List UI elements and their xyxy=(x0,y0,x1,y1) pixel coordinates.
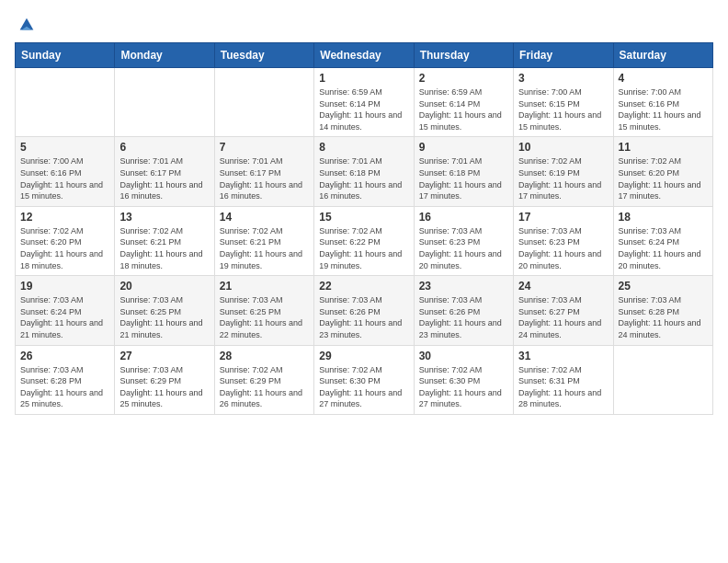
day-info: Sunrise: 7:02 AM Sunset: 6:21 PM Dayligh… xyxy=(220,225,309,271)
day-number: 24 xyxy=(518,280,608,293)
day-info: Sunrise: 7:01 AM Sunset: 6:18 PM Dayligh… xyxy=(319,155,408,201)
weekday-header-wednesday: Wednesday xyxy=(314,43,414,68)
day-number: 7 xyxy=(220,141,309,154)
weekday-header-thursday: Thursday xyxy=(414,43,513,68)
calendar-day-7: 7Sunrise: 7:01 AM Sunset: 6:17 PM Daylig… xyxy=(214,137,313,206)
calendar-day-15: 15Sunrise: 7:02 AM Sunset: 6:22 PM Dayli… xyxy=(314,206,414,275)
calendar-empty-cell xyxy=(613,345,712,414)
day-number: 2 xyxy=(419,72,508,85)
day-number: 27 xyxy=(119,350,209,362)
day-number: 28 xyxy=(220,350,309,362)
weekday-header-monday: Monday xyxy=(115,43,214,68)
day-info: Sunrise: 7:02 AM Sunset: 6:20 PM Dayligh… xyxy=(20,225,109,271)
calendar-table: SundayMondayTuesdayWednesdayThursdayFrid… xyxy=(15,42,713,415)
day-number: 15 xyxy=(319,211,408,224)
day-info: Sunrise: 7:03 AM Sunset: 6:25 PM Dayligh… xyxy=(119,294,209,340)
calendar-day-5: 5Sunrise: 7:00 AM Sunset: 6:16 PM Daylig… xyxy=(16,137,115,206)
day-number: 18 xyxy=(619,211,708,224)
calendar-day-8: 8Sunrise: 7:01 AM Sunset: 6:18 PM Daylig… xyxy=(314,137,414,206)
day-number: 17 xyxy=(518,211,608,224)
calendar-day-11: 11Sunrise: 7:02 AM Sunset: 6:20 PM Dayli… xyxy=(613,137,712,206)
day-number: 4 xyxy=(619,72,708,85)
day-info: Sunrise: 7:03 AM Sunset: 6:23 PM Dayligh… xyxy=(419,225,508,271)
calendar-day-25: 25Sunrise: 7:03 AM Sunset: 6:28 PM Dayli… xyxy=(613,276,712,345)
calendar-week-row: 19Sunrise: 7:03 AM Sunset: 6:24 PM Dayli… xyxy=(16,276,713,345)
day-info: Sunrise: 7:03 AM Sunset: 6:24 PM Dayligh… xyxy=(20,294,109,340)
calendar-day-10: 10Sunrise: 7:02 AM Sunset: 6:19 PM Dayli… xyxy=(514,137,613,206)
day-number: 9 xyxy=(419,141,508,154)
logo xyxy=(15,15,37,31)
calendar-day-22: 22Sunrise: 7:03 AM Sunset: 6:26 PM Dayli… xyxy=(314,276,414,345)
day-info: Sunrise: 6:59 AM Sunset: 6:14 PM Dayligh… xyxy=(419,86,508,132)
calendar-week-row: 12Sunrise: 7:02 AM Sunset: 6:20 PM Dayli… xyxy=(16,206,713,275)
day-info: Sunrise: 7:02 AM Sunset: 6:22 PM Dayligh… xyxy=(319,225,408,271)
calendar-day-24: 24Sunrise: 7:03 AM Sunset: 6:27 PM Dayli… xyxy=(514,276,613,345)
day-number: 5 xyxy=(20,141,109,154)
day-number: 1 xyxy=(319,72,408,85)
day-number: 29 xyxy=(319,350,408,362)
day-info: Sunrise: 7:03 AM Sunset: 6:26 PM Dayligh… xyxy=(419,294,508,340)
day-info: Sunrise: 7:00 AM Sunset: 6:15 PM Dayligh… xyxy=(518,86,608,132)
day-number: 30 xyxy=(419,350,508,362)
day-info: Sunrise: 7:02 AM Sunset: 6:31 PM Dayligh… xyxy=(518,364,608,410)
calendar-day-30: 30Sunrise: 7:02 AM Sunset: 6:30 PM Dayli… xyxy=(414,345,513,414)
calendar-week-row: 5Sunrise: 7:00 AM Sunset: 6:16 PM Daylig… xyxy=(16,137,713,206)
calendar-day-4: 4Sunrise: 7:00 AM Sunset: 6:16 PM Daylig… xyxy=(613,68,712,137)
day-info: Sunrise: 7:03 AM Sunset: 6:25 PM Dayligh… xyxy=(220,294,309,340)
page-header xyxy=(15,15,713,31)
day-info: Sunrise: 7:01 AM Sunset: 6:18 PM Dayligh… xyxy=(419,155,508,201)
day-number: 26 xyxy=(20,350,109,362)
day-number: 16 xyxy=(419,211,508,224)
day-number: 20 xyxy=(119,280,209,293)
day-info: Sunrise: 7:03 AM Sunset: 6:24 PM Dayligh… xyxy=(619,225,708,271)
calendar-day-6: 6Sunrise: 7:01 AM Sunset: 6:17 PM Daylig… xyxy=(115,137,214,206)
day-info: Sunrise: 7:00 AM Sunset: 6:16 PM Dayligh… xyxy=(619,86,708,132)
calendar-header-row: SundayMondayTuesdayWednesdayThursdayFrid… xyxy=(16,43,713,68)
calendar-day-16: 16Sunrise: 7:03 AM Sunset: 6:23 PM Dayli… xyxy=(414,206,513,275)
calendar-day-1: 1Sunrise: 6:59 AM Sunset: 6:14 PM Daylig… xyxy=(314,68,414,137)
day-number: 25 xyxy=(619,280,708,293)
calendar-day-17: 17Sunrise: 7:03 AM Sunset: 6:23 PM Dayli… xyxy=(514,206,613,275)
calendar-day-31: 31Sunrise: 7:02 AM Sunset: 6:31 PM Dayli… xyxy=(514,345,613,414)
day-info: Sunrise: 7:03 AM Sunset: 6:26 PM Dayligh… xyxy=(319,294,408,340)
calendar-week-row: 1Sunrise: 6:59 AM Sunset: 6:14 PM Daylig… xyxy=(16,68,713,137)
day-info: Sunrise: 7:02 AM Sunset: 6:30 PM Dayligh… xyxy=(319,364,408,410)
day-info: Sunrise: 7:03 AM Sunset: 6:28 PM Dayligh… xyxy=(20,364,109,410)
logo-icon xyxy=(17,15,37,35)
calendar-day-9: 9Sunrise: 7:01 AM Sunset: 6:18 PM Daylig… xyxy=(414,137,513,206)
day-number: 8 xyxy=(319,141,408,154)
calendar-day-14: 14Sunrise: 7:02 AM Sunset: 6:21 PM Dayli… xyxy=(214,206,313,275)
day-info: Sunrise: 7:00 AM Sunset: 6:16 PM Dayligh… xyxy=(20,155,109,201)
calendar-day-27: 27Sunrise: 7:03 AM Sunset: 6:29 PM Dayli… xyxy=(115,345,214,414)
day-info: Sunrise: 7:01 AM Sunset: 6:17 PM Dayligh… xyxy=(220,155,309,201)
day-number: 11 xyxy=(619,141,708,154)
calendar-day-29: 29Sunrise: 7:02 AM Sunset: 6:30 PM Dayli… xyxy=(314,345,414,414)
day-info: Sunrise: 6:59 AM Sunset: 6:14 PM Dayligh… xyxy=(319,86,408,132)
calendar-empty-cell xyxy=(115,68,214,137)
calendar-day-28: 28Sunrise: 7:02 AM Sunset: 6:29 PM Dayli… xyxy=(214,345,313,414)
calendar-day-12: 12Sunrise: 7:02 AM Sunset: 6:20 PM Dayli… xyxy=(16,206,115,275)
day-number: 13 xyxy=(119,211,209,224)
day-number: 10 xyxy=(518,141,608,154)
day-info: Sunrise: 7:02 AM Sunset: 6:20 PM Dayligh… xyxy=(619,155,708,201)
day-number: 14 xyxy=(220,211,309,224)
day-number: 22 xyxy=(319,280,408,293)
calendar-day-3: 3Sunrise: 7:00 AM Sunset: 6:15 PM Daylig… xyxy=(514,68,613,137)
day-number: 3 xyxy=(518,72,608,85)
day-info: Sunrise: 7:03 AM Sunset: 6:23 PM Dayligh… xyxy=(518,225,608,271)
calendar-day-23: 23Sunrise: 7:03 AM Sunset: 6:26 PM Dayli… xyxy=(414,276,513,345)
day-info: Sunrise: 7:02 AM Sunset: 6:19 PM Dayligh… xyxy=(518,155,608,201)
day-info: Sunrise: 7:01 AM Sunset: 6:17 PM Dayligh… xyxy=(119,155,209,201)
day-info: Sunrise: 7:02 AM Sunset: 6:21 PM Dayligh… xyxy=(119,225,209,271)
weekday-header-tuesday: Tuesday xyxy=(214,43,313,68)
day-number: 31 xyxy=(518,350,608,362)
calendar-day-13: 13Sunrise: 7:02 AM Sunset: 6:21 PM Dayli… xyxy=(115,206,214,275)
weekday-header-sunday: Sunday xyxy=(16,43,115,68)
calendar-empty-cell xyxy=(214,68,313,137)
day-info: Sunrise: 7:03 AM Sunset: 6:27 PM Dayligh… xyxy=(518,294,608,340)
day-number: 12 xyxy=(20,211,109,224)
day-info: Sunrise: 7:02 AM Sunset: 6:30 PM Dayligh… xyxy=(419,364,508,410)
day-number: 23 xyxy=(419,280,508,293)
calendar-day-26: 26Sunrise: 7:03 AM Sunset: 6:28 PM Dayli… xyxy=(16,345,115,414)
calendar-day-21: 21Sunrise: 7:03 AM Sunset: 6:25 PM Dayli… xyxy=(214,276,313,345)
